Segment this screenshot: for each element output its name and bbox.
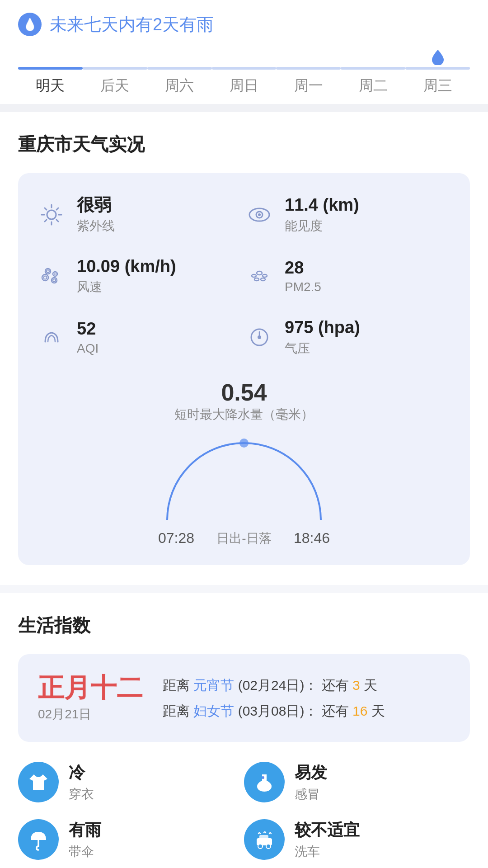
svg-point-15 [54,273,56,275]
svg-point-0 [47,210,56,219]
day-tab-周三[interactable]: 周三 [405,49,470,104]
life-text: 有雨 带伞 [69,819,101,860]
day-tab-明天[interactable]: 明天 [18,49,83,104]
svg-line-8 [45,220,47,222]
metric-text: 52 AQI [77,319,99,356]
top-banner: 未来七天内有2天有雨 明天后天周六周日周一周二周三 [0,0,488,104]
festival1-line: 距离 元宵节 (02月24日)： 还有 3 天 [163,672,450,698]
metric-text: 10.09 (km/h) 风速 [77,256,176,296]
life-text: 冷 穿衣 [69,762,94,803]
tab-line [341,67,405,70]
svg-point-23 [254,278,259,281]
svg-point-16 [42,274,48,281]
tab-line [276,67,341,70]
festival2-line: 距离 妇女节 (03月08日)： 还有 16 天 [163,698,450,724]
metric-visibility: 11.4 (km) 能见度 [244,195,452,235]
metric-label: 气压 [285,340,360,357]
festival-info: 距离 元宵节 (02月24日)： 还有 3 天 距离 妇女节 (03月08日)：… [163,672,450,724]
life-text: 易发 感冒 [295,762,327,803]
life-subtitle: 穿衣 [69,786,94,803]
life-title: 较不适宜 [295,819,360,841]
weather-card: 很弱 紫外线 11.4 (km) 能见度 10.09 (km/h) 风速 28 … [18,173,470,565]
day-tabs: 明天后天周六周日周一周二周三 [18,49,470,104]
visibility-icon [244,199,275,230]
tab-label: 周三 [423,76,452,104]
rainfall-value: 0.54 [221,379,267,406]
svg-line-5 [45,208,47,210]
metric-value: 28 [285,258,321,278]
festival2-days: 16 [352,703,367,718]
day-tab-周日[interactable]: 周日 [212,49,277,104]
day-tab-周六[interactable]: 周六 [147,49,212,104]
metric-text: 28 PM2.5 [285,258,321,295]
svg-point-29 [262,776,264,779]
metric-label: 风速 [77,278,176,296]
svg-point-20 [252,274,256,277]
day-tab-周二[interactable]: 周二 [341,49,405,104]
tab-label: 周二 [359,76,388,104]
metric-wind: 10.09 (km/h) 风速 [36,256,244,296]
metric-label: 能见度 [285,217,359,235]
weather-section-title: 重庆市天气实况 [18,132,470,157]
tab-line [147,67,212,70]
svg-point-34 [266,844,271,849]
metric-value: 975 (hpa) [285,317,360,338]
day-tab-周一[interactable]: 周一 [276,49,341,104]
metric-value: 52 [77,319,99,340]
aqi-icon [36,322,67,353]
life-section-title: 生活指数 [18,613,470,638]
cold-icon-circle [244,762,285,802]
metric-label: PM2.5 [285,280,321,294]
pressure-icon [244,322,275,353]
life-item-cold: 易发 感冒 [244,762,470,803]
lunar-solar: 02月21日 [38,706,143,723]
metric-value: 11.4 (km) [285,195,359,216]
svg-rect-32 [259,835,268,840]
life-text: 较不适宜 洗车 [295,819,360,860]
uv-icon [36,199,67,230]
rain-drop-indicator [431,49,445,62]
svg-point-24 [261,278,265,281]
sunrise-sunset-row: 07:28 日出-日落 18:46 [158,530,330,547]
festival2-name: 妇女节 [193,703,234,718]
svg-point-11 [258,213,261,216]
day-tab-后天[interactable]: 后天 [83,49,147,104]
weather-section: 重庆市天气实况 很弱 紫外线 11.4 (km) 能见度 10.09 (km/h… [0,112,488,585]
pm25-icon [244,260,275,291]
svg-point-13 [47,270,49,273]
sun-arc-container: 0.54 短时最大降水量（毫米） 07:28 日出-日落 18:46 [36,379,452,547]
banner-title: 未来七天内有2天有雨 [50,13,214,36]
sep-1 [0,104,488,112]
lunar-main: 正月十二 [38,673,143,702]
life-title: 冷 [69,762,94,784]
car-wash-icon-circle [244,819,285,860]
metric-value: 10.09 (km/h) [77,256,176,277]
life-item-umbrella: 有雨 带伞 [18,819,244,860]
svg-point-28 [239,439,249,448]
sunrise-time: 07:28 [158,530,194,547]
metric-pm25: 28 PM2.5 [244,256,452,296]
rain-forecast-icon [18,13,42,36]
svg-point-22 [263,274,267,277]
life-title: 有雨 [69,819,101,841]
life-grid: 冷 穿衣 易发 感冒 有雨 带伞 较不适宜 洗车 [18,762,470,860]
svg-point-21 [257,271,262,275]
tab-label: 明天 [36,76,65,104]
tab-line [18,67,83,70]
life-subtitle: 感冒 [295,786,327,803]
svg-line-7 [56,208,58,210]
calendar-card: 正月十二 02月21日 距离 元宵节 (02月24日)： 还有 3 天 距离 妇… [18,654,470,742]
metric-value: 很弱 [77,195,115,216]
life-section: 生活指数 正月十二 02月21日 距离 元宵节 (02月24日)： 还有 3 天… [0,593,488,868]
metric-aqi: 52 AQI [36,317,244,357]
metric-label: 紫外线 [77,217,115,235]
sunrise-sunset-label: 日出-日落 [216,530,271,547]
svg-point-19 [53,279,56,282]
svg-point-18 [52,278,57,283]
sunset-time: 18:46 [294,530,330,547]
life-title: 易发 [295,762,327,784]
svg-point-12 [45,269,51,274]
festival1-days: 3 [352,678,360,693]
svg-point-14 [53,272,57,276]
sun-arc [158,434,330,524]
